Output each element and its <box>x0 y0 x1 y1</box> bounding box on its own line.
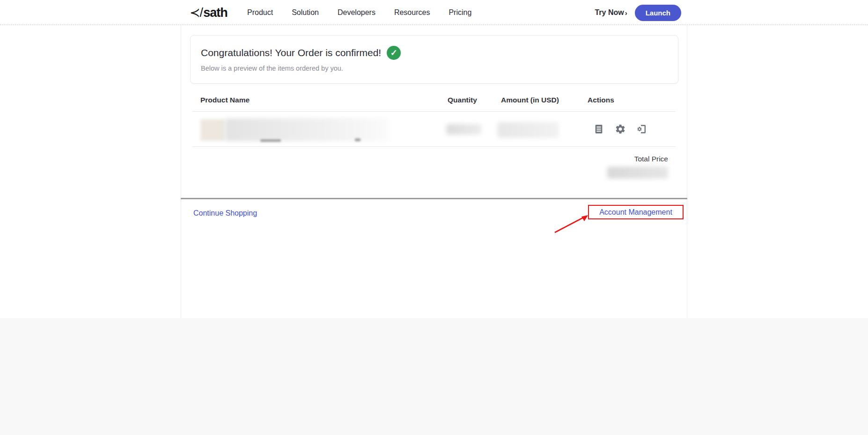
logo-mark-icon: ≺/ <box>190 6 203 20</box>
order-details-button[interactable] <box>593 123 605 135</box>
continue-shopping-link[interactable]: Continue Shopping <box>193 209 257 218</box>
total-price-value-blurred <box>607 167 668 179</box>
order-confirmation-card: Congratulations! Your Order is confirmed… <box>190 35 678 84</box>
row-actions <box>593 123 648 135</box>
table-row-divider <box>192 146 676 147</box>
sath-logo[interactable]: ≺/sath <box>190 5 228 20</box>
nav-right-group: Try Now› Launch <box>595 0 681 25</box>
total-price-label: Total Price <box>634 155 668 163</box>
quantity-value-blurred <box>446 124 481 135</box>
nav-item-resources[interactable]: Resources <box>394 8 430 17</box>
manage-app-button[interactable] <box>636 123 648 135</box>
settings-button[interactable] <box>614 123 626 135</box>
launch-button[interactable]: Launch <box>635 5 681 21</box>
product-name-blurred <box>225 118 390 141</box>
list-icon <box>594 123 604 135</box>
column-header-quantity: Quantity <box>448 96 477 104</box>
content-left-border <box>181 0 181 318</box>
chevron-right-icon: › <box>625 9 627 17</box>
nav-item-developers[interactable]: Developers <box>338 8 375 17</box>
try-now-link[interactable]: Try Now› <box>595 8 627 17</box>
order-confirmation-subtitle: Below is a preview of the items ordered … <box>201 65 343 72</box>
column-header-amount: Amount (in USD) <box>501 96 559 104</box>
success-check-icon: ✓ <box>387 46 401 60</box>
blurred-text-smudge <box>260 139 281 142</box>
gear-icon <box>615 123 626 135</box>
order-confirmation-title: Congratulations! Your Order is confirmed… <box>201 46 401 60</box>
blurred-text-smudge <box>355 138 360 141</box>
top-navbar: ≺/sath Product Solution Developers Resou… <box>0 0 868 25</box>
footer: ≺/sath Give right access to right people… <box>0 318 868 435</box>
app-settings-exit-icon <box>636 123 647 135</box>
product-thumbnail-blurred <box>200 119 225 141</box>
amount-value-blurred <box>498 122 559 138</box>
nav-item-product[interactable]: Product <box>247 8 273 17</box>
table-header-divider <box>192 111 676 112</box>
column-header-actions: Actions <box>588 96 614 104</box>
content-right-border <box>687 0 687 318</box>
account-management-link[interactable]: Account Management <box>599 208 672 217</box>
column-header-product-name: Product Name <box>200 96 250 104</box>
nav-menu: Product Solution Developers Resources Pr… <box>247 0 471 25</box>
section-bottom-divider <box>181 198 687 199</box>
account-management-highlight-box: Account Management <box>588 205 684 219</box>
logo-text: sath <box>203 6 228 20</box>
nav-item-solution[interactable]: Solution <box>292 8 319 17</box>
nav-item-pricing[interactable]: Pricing <box>449 8 471 17</box>
